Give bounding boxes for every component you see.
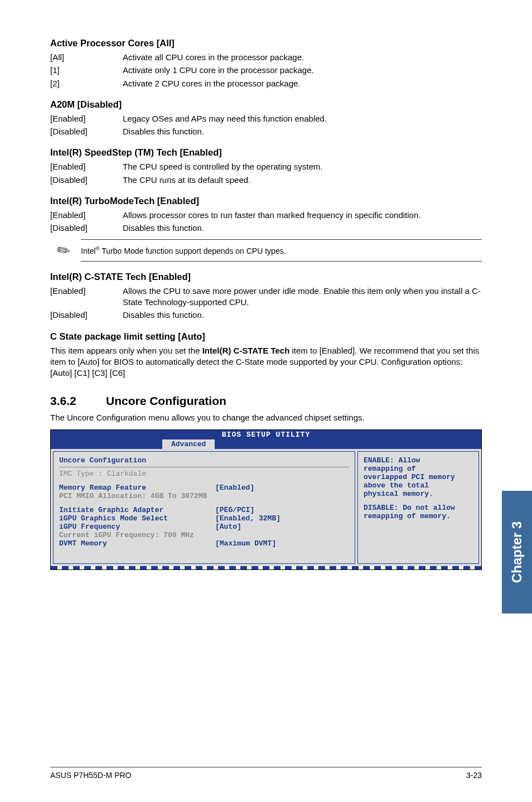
bios-help-line: remapping of bbox=[364, 465, 473, 473]
def-term: [2] bbox=[50, 78, 123, 89]
def-term: [Disabled] bbox=[50, 175, 123, 186]
page-content: Active Processor Cores [All] [All]Activa… bbox=[0, 0, 532, 570]
def-desc: The CPU speed is controlled by the opera… bbox=[123, 161, 482, 172]
def-row: [Enabled]Legacy OSes and APs may need th… bbox=[50, 113, 482, 124]
climit-body: This item appears only when you set the … bbox=[50, 345, 482, 379]
bios-titlebar: BIOS SETUP UTILITY bbox=[51, 430, 481, 439]
def-row: [Enabled]The CPU speed is controlled by … bbox=[50, 161, 482, 172]
footer-right: 3-23 bbox=[466, 771, 482, 780]
def-desc: Disables this function. bbox=[123, 223, 482, 234]
bios-row-pci-mmio: PCI MMIO Allocation: 4GB To 3072MB bbox=[59, 492, 349, 500]
heading-active-cores: Active Processor Cores [All] bbox=[50, 38, 482, 49]
bios-right-panel: ENABLE: Allow remapping of overlapped PC… bbox=[357, 451, 479, 564]
heading-cstate: Intel(R) C-STATE Tech [Enabled] bbox=[50, 272, 482, 282]
bios-row-memory-remap: Memory Remap Feature[Enabled] bbox=[59, 484, 349, 492]
bios-row-dvmt: DVMT Memory[Maximum DVMT] bbox=[59, 539, 349, 548]
bios-row-igpu-freq: iGPU Frequency[Auto] bbox=[59, 523, 349, 531]
page-footer: ASUS P7H55D-M PRO 3-23 bbox=[50, 767, 482, 780]
heading-climit: C State package limit setting [Auto] bbox=[50, 331, 482, 342]
heading-turbo: Intel(R) TurboModeTech [Enabled] bbox=[50, 196, 482, 206]
bios-row-igpu-mode: iGPU Graphics Mode Select[Enabled, 32MB] bbox=[59, 514, 349, 523]
pencil-icon: ✎ bbox=[53, 239, 74, 262]
bios-help-line: above the total bbox=[364, 481, 473, 490]
bios-row-initiate-graphic: Initiate Graphic Adapter[PEG/PCI] bbox=[59, 506, 349, 514]
bios-help-line: overlapped PCI memory bbox=[364, 473, 473, 481]
uncore-intro: The Uncore Configuration menu allows you… bbox=[50, 412, 482, 423]
def-desc: Legacy OSes and APs may need this functi… bbox=[123, 113, 482, 124]
def-term: [Enabled] bbox=[50, 210, 123, 221]
def-desc: Disables this function. bbox=[123, 126, 482, 137]
def-term: [Enabled] bbox=[50, 161, 123, 172]
note-block: ✎ Intel® Turbo Mode function support dep… bbox=[57, 239, 482, 262]
def-row: [All]Activate all CPU cores in the proce… bbox=[50, 52, 482, 63]
def-desc: Disables this function. bbox=[123, 310, 482, 321]
def-row: [Enabled]Allows processor cores to run f… bbox=[50, 210, 482, 221]
def-row: [1]Activate only 1 CPU core in the proce… bbox=[50, 65, 482, 76]
bios-row-cur-freq: Current iGPU Frequency: 700 MHz bbox=[59, 531, 349, 539]
bios-help-line: physical memory. bbox=[364, 490, 473, 498]
def-term: [1] bbox=[50, 65, 123, 76]
chapter-side-tab: Chapter 3 bbox=[502, 491, 532, 613]
def-row: [Disabled]Disables this function. bbox=[50, 310, 482, 321]
def-desc: Activate all CPU cores in the processor … bbox=[123, 52, 482, 63]
note-text: Intel® Turbo Mode function support depen… bbox=[81, 239, 482, 262]
bios-bottom-border bbox=[51, 566, 481, 569]
bios-help-line: DISABLE: Do not allow bbox=[364, 504, 473, 512]
bios-tab-advanced: Advanced bbox=[162, 439, 215, 449]
def-row: [Disabled]Disables this function. bbox=[50, 126, 482, 137]
def-desc: Activate 2 CPU cores in the processor pa… bbox=[123, 78, 482, 89]
bios-body: Uncore Configuration IMC Type : Clarkdal… bbox=[51, 449, 481, 566]
def-desc: Activate only 1 CPU core in the processo… bbox=[123, 65, 482, 76]
def-term: [Disabled] bbox=[50, 126, 123, 137]
def-row: [2]Activate 2 CPU cores in the processor… bbox=[50, 78, 482, 89]
def-row: [Enabled]Allows the CPU to save more pow… bbox=[50, 286, 482, 308]
def-term: [Enabled] bbox=[50, 286, 123, 308]
bios-left-panel: Uncore Configuration IMC Type : Clarkdal… bbox=[53, 451, 355, 564]
def-term: [Disabled] bbox=[50, 223, 123, 234]
bios-screenshot: BIOS SETUP UTILITY Advanced Uncore Confi… bbox=[50, 429, 482, 570]
heading-uncore: 3.6.2Uncore Configuration bbox=[50, 394, 482, 408]
footer-left: ASUS P7H55D-M PRO bbox=[50, 771, 131, 780]
def-term: [Enabled] bbox=[50, 113, 123, 124]
def-desc: Allows the CPU to save more power under … bbox=[123, 286, 482, 308]
def-row: [Disabled]Disables this function. bbox=[50, 223, 482, 234]
heading-a20m: A20M [Disabled] bbox=[50, 99, 482, 110]
def-desc: Allows processor cores to run faster tha… bbox=[123, 210, 482, 221]
def-term: [Disabled] bbox=[50, 310, 123, 321]
def-term: [All] bbox=[50, 52, 123, 63]
bios-help-line: ENABLE: Allow bbox=[364, 456, 473, 465]
bios-cfg-title: Uncore Configuration bbox=[59, 456, 349, 465]
bios-help-line: remapping of memory. bbox=[364, 512, 473, 520]
bios-imc-type: IMC Type : Clarkdale bbox=[59, 467, 349, 478]
heading-speedstep: Intel(R) SpeedStep (TM) Tech [Enabled] bbox=[50, 147, 482, 158]
def-desc: The CPU runs at its default speed. bbox=[123, 175, 482, 186]
bios-tabbar: Advanced bbox=[51, 439, 481, 449]
def-row: [Disabled]The CPU runs at its default sp… bbox=[50, 175, 482, 186]
